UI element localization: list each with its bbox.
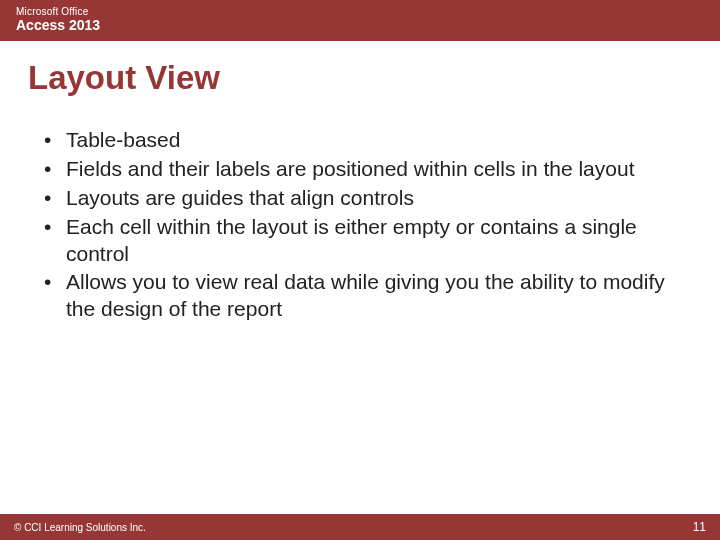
header-product-big: Access 2013 <box>16 17 704 33</box>
header-product-small: Microsoft Office <box>16 6 704 17</box>
footer-bar: © CCI Learning Solutions Inc. 11 <box>0 514 720 540</box>
slide-body: Table-based Fields and their labels are … <box>0 97 720 540</box>
bullet-list: Table-based Fields and their labels are … <box>40 127 680 323</box>
footer-copyright: © CCI Learning Solutions Inc. <box>14 522 146 533</box>
list-item: Table-based <box>40 127 680 154</box>
list-item: Layouts are guides that align controls <box>40 185 680 212</box>
slide: Microsoft Office Access 2013 Layout View… <box>0 0 720 540</box>
list-item: Allows you to view real data while givin… <box>40 269 680 323</box>
header-bar: Microsoft Office Access 2013 <box>0 0 720 41</box>
slide-title: Layout View <box>0 41 720 97</box>
footer-page-number: 11 <box>693 520 706 534</box>
list-item: Fields and their labels are positioned w… <box>40 156 680 183</box>
list-item: Each cell within the layout is either em… <box>40 214 680 268</box>
